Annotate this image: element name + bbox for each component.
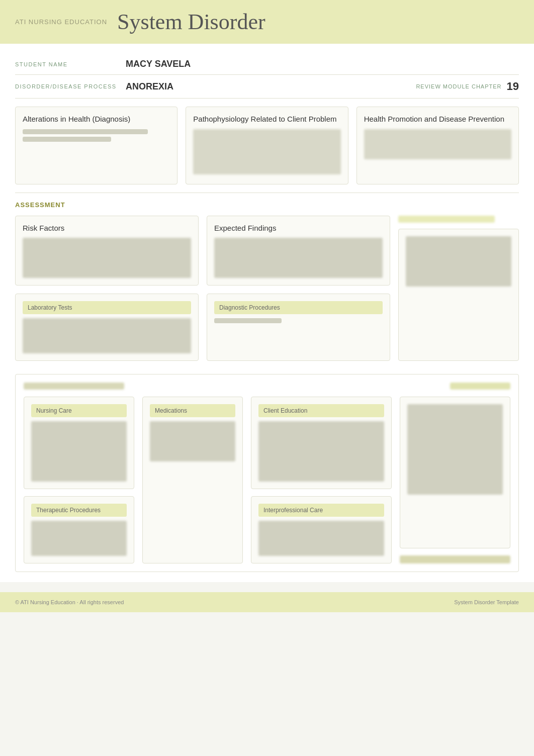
diagnostic-procedures-title: Diagnostic Procedures [214, 301, 383, 314]
footer-bar: © ATI Nursing Education · All rights res… [0, 592, 534, 612]
complications-blur [450, 383, 510, 390]
student-name-label: STUDENT NAME [15, 61, 126, 67]
nursing-care-title: Nursing Care [31, 404, 127, 417]
complications-footer-blur [400, 555, 510, 563]
blur-2 [23, 137, 111, 142]
footer-right: System Disorder Template [454, 599, 519, 605]
header-title: System Disorder [117, 9, 265, 35]
footer-left: © ATI Nursing Education · All rights res… [15, 599, 124, 605]
assessment-row2: Laboratory Tests Diagnostic Procedures [15, 294, 390, 361]
top-cards-section: Alterations in Health (Diagnosis) Pathop… [15, 99, 519, 193]
student-name-value: MACY SAVELA [126, 59, 519, 69]
assessment-section: ASSESSMENT Risk Factors Expected Finding… [15, 193, 519, 369]
blur-diag [214, 318, 282, 323]
student-name-row: STUDENT NAME MACY SAVELA [15, 54, 519, 75]
alterations-title: Alterations in Health (Diagnosis) [23, 114, 170, 124]
assessment-row1: Risk Factors Expected Findings [15, 216, 390, 286]
assessment-label: ASSESSMENT [15, 201, 519, 209]
health-promotion-card: Health Promotion and Disease Prevention [357, 107, 519, 184]
health-promotion-title: Health Promotion and Disease Prevention [364, 114, 511, 124]
pathophysiology-title: Pathophysiology Related to Client Proble… [193, 114, 340, 124]
interprofessional-care-card: Interprofessional Care [251, 496, 392, 563]
right-blur-top [398, 216, 495, 223]
safety-card [398, 229, 519, 361]
alterations-card: Alterations in Health (Diagnosis) [15, 107, 177, 184]
interprofessional-care-title: Interprofessional Care [258, 504, 384, 517]
nursing-care-section: Nursing Care Therapeutic Procedures Medi… [15, 374, 519, 572]
review-module-number: 19 [507, 80, 519, 93]
disorder-label: DISORDER/DISEASE PROCESS [15, 83, 126, 89]
risk-factors-title: Risk Factors [23, 223, 191, 233]
disorder-row: DISORDER/DISEASE PROCESS ANOREXIA REVIEW… [15, 75, 519, 99]
lab-tests-card: Laboratory Tests [15, 294, 199, 361]
header-bar: ATI Nursing Education System Disorder [0, 0, 534, 44]
expected-findings-card: Expected Findings [207, 216, 390, 286]
complications-panel [400, 397, 510, 563]
risk-factors-card: Risk Factors [15, 216, 199, 286]
main-content: STUDENT NAME MACY SAVELA DISORDER/DISEAS… [0, 44, 534, 582]
therapeutic-procedures-title: Therapeutic Procedures [31, 504, 127, 517]
client-education-card: Client Education [251, 397, 392, 489]
diagnostic-procedures-card: Diagnostic Procedures [207, 294, 390, 361]
nursing-left: Nursing Care Therapeutic Procedures [24, 397, 134, 563]
medications-title: Medications [150, 404, 235, 417]
review-module-label: REVIEW MODULE CHAPTER [416, 83, 501, 89]
disorder-value: ANOREXIA [126, 81, 416, 92]
therapeutic-procedures-card: Therapeutic Procedures [24, 496, 134, 563]
lab-tests-title: Laboratory Tests [23, 301, 191, 314]
nursing-top-row [24, 383, 510, 390]
nursing-right: Client Education Interprofessional Care [251, 397, 392, 563]
client-education-title: Client Education [258, 404, 384, 417]
assessment-right-panel [398, 216, 519, 361]
assessment-content: Risk Factors Expected Findings Laborator… [15, 216, 519, 361]
expected-findings-title: Expected Findings [214, 223, 383, 233]
blur-1 [23, 129, 148, 134]
nursing-top-blur [24, 383, 124, 390]
pathophysiology-card: Pathophysiology Related to Client Proble… [186, 107, 348, 184]
medications-card: Medications [142, 397, 243, 563]
nursing-grid: Nursing Care Therapeutic Procedures Medi… [24, 397, 510, 563]
assessment-left: Risk Factors Expected Findings Laborator… [15, 216, 390, 361]
header-label: ATI Nursing Education [15, 18, 107, 26]
nursing-care-card: Nursing Care [24, 397, 134, 489]
nursing-middle: Medications [142, 397, 243, 563]
complications-card [400, 397, 510, 548]
